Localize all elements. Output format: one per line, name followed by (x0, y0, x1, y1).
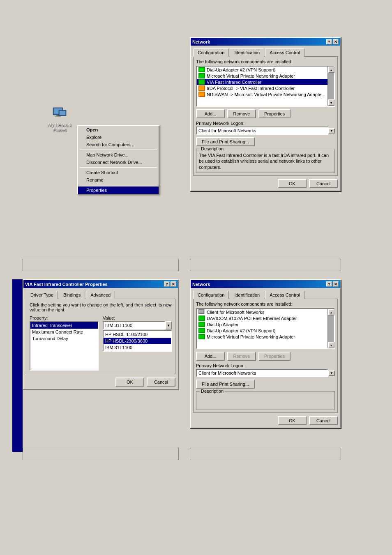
context-menu-explore[interactable]: Explore (78, 134, 159, 141)
network-dialog-top-titlebar[interactable]: Network ? ✕ (191, 38, 340, 46)
dialog-buttons-top: OK Cancel (193, 179, 338, 188)
component-item-5-bottom[interactable]: Microsoft Virtual Private Networking Ada… (197, 334, 327, 340)
via-value-dropdown[interactable]: HP HSDL-1100/2100 HP HSDL-2300/3600 IBM … (103, 330, 172, 352)
components-label-bottom: The following network components are ins… (196, 302, 335, 306)
tab-configuration-top[interactable]: Configuration (193, 48, 229, 57)
via-tab-advanced[interactable]: Advanced (86, 291, 115, 299)
via-tab-bar: Driver Type Bindings Advanced (26, 290, 175, 299)
via-value-opt-3[interactable]: IBM 31T1100 (104, 344, 171, 351)
via-ok-button[interactable]: OK (115, 378, 144, 387)
context-menu-rename[interactable]: Rename (78, 176, 159, 184)
titlebar-buttons-bottom: ? ✕ (326, 281, 339, 287)
description-group-label-top: Description (200, 146, 225, 151)
component-item-4-top[interactable]: IrDA Protocol -> VIA Fast Infrared Contr… (197, 85, 327, 91)
add-button-bottom[interactable]: Add... (196, 352, 225, 361)
component-item-1-top[interactable]: Dial-Up Adapter #2 (VPN Support) (197, 67, 327, 73)
properties-button-bottom[interactable]: Properties (258, 352, 291, 361)
via-help-button[interactable]: ? (164, 281, 170, 287)
close-button-top[interactable]: ✕ (333, 39, 339, 44)
listbox-scrollbar-top[interactable]: ▲ ▼ (327, 67, 334, 106)
components-listbox-bottom[interactable]: Client for Microsoft Networks DAVICOM 91… (196, 308, 335, 349)
properties-button-top[interactable]: Properties (258, 109, 291, 118)
component-item-3-bottom[interactable]: Dial-Up Adapter (197, 321, 327, 327)
logon-select-wrapper-bottom: Client for Microsoft Networks ▼ (196, 369, 335, 377)
logon-select-arrow-bottom[interactable]: ▼ (328, 371, 335, 376)
component-item-5-top[interactable]: NDISWAN -> Microsoft Virtual Private Net… (197, 91, 327, 97)
network-dialog-bottom-titlebar[interactable]: Network ? ✕ (191, 280, 340, 288)
remove-button-bottom[interactable]: Remove (227, 352, 256, 361)
component-item-2-bottom[interactable]: DAVICOM 9102/A PCI Fast Ethernet Adapter (197, 315, 327, 321)
via-dialog-title: VIA Fast Infrared Controller Properties (25, 282, 108, 287)
via-prop-infrared[interactable]: Infrared Transceiver (30, 322, 98, 329)
via-value-opt-2[interactable]: HP HSDL-2300/3600 (104, 338, 171, 344)
via-close-button[interactable]: ✕ (171, 281, 176, 287)
components-listbox-top[interactable]: Dial-Up Adapter #2 (VPN Support) Microso… (196, 66, 335, 107)
network-dialog-top: Network ? ✕ Configuration Identification… (190, 37, 341, 191)
file-print-sharing-button-bottom[interactable]: File and Print Sharing... (196, 380, 255, 389)
svg-rect-23 (199, 322, 204, 326)
caption-box-bottom-right (190, 448, 341, 460)
ok-button-bottom[interactable]: OK (278, 416, 307, 425)
context-menu-search[interactable]: Search for Computers... (78, 141, 159, 148)
network-dialog-bottom-title: Network (192, 282, 210, 287)
tab-configuration-bottom[interactable]: Configuration (193, 291, 229, 299)
context-menu-separator-1 (80, 150, 157, 150)
adapter-icon-2-top (198, 73, 205, 78)
context-menu: Open Explore Search for Computers... Map… (77, 125, 159, 195)
component-item-2-top[interactable]: Microsoft Virtual Private Networking Ada… (197, 73, 327, 79)
cancel-button-bottom[interactable]: Cancel (309, 416, 338, 425)
via-prop-turnaround[interactable]: Turnaround Delay (30, 335, 98, 342)
via-tab-bindings[interactable]: Bindings (59, 291, 85, 299)
via-value-field[interactable]: IBM 31T1100 (103, 321, 165, 329)
component-item-3-top[interactable]: VIA Fast Infrared Controller (197, 79, 327, 85)
tab-identification-top[interactable]: Identification (230, 48, 264, 57)
logon-select-arrow-top[interactable]: ▼ (328, 128, 335, 134)
scroll-down-top[interactable]: ▼ (328, 99, 334, 106)
remove-button-top[interactable]: Remove (227, 109, 256, 118)
component-item-4-bottom[interactable]: Dial-Up Adapter #2 (VPN Support) (197, 327, 327, 334)
via-value-field-wrapper: IBM 31T1100 ▼ (103, 321, 172, 329)
cancel-button-top[interactable]: Cancel (309, 179, 338, 188)
ok-button-top[interactable]: OK (278, 179, 307, 188)
svg-rect-3 (55, 116, 61, 117)
via-value-dropdown-btn[interactable]: ▼ (165, 321, 172, 329)
add-button-top[interactable]: Add... (196, 109, 225, 118)
listbox-scrollbar-bottom[interactable]: ▲ ▼ (327, 309, 334, 348)
help-button-top[interactable]: ? (326, 39, 332, 44)
network-dialog-bottom: Network ? ✕ Configuration Identification… (190, 279, 341, 428)
caption-box-bottom-left (23, 448, 179, 460)
file-print-sharing-button-top[interactable]: File and Print Sharing... (196, 137, 255, 146)
description-group-label-bottom: Description (200, 389, 225, 394)
via-properties-area: Property: Infrared Transceiver Maxiumum … (30, 315, 172, 371)
help-button-bottom[interactable]: ? (326, 281, 332, 287)
context-menu-shortcut[interactable]: Create Shortcut (78, 169, 159, 176)
context-menu-open[interactable]: Open (78, 126, 159, 134)
caption-box-top-left (23, 259, 179, 271)
scroll-up-top[interactable]: ▲ (328, 67, 334, 73)
via-property-column: Property: Infrared Transceiver Maxiumum … (30, 315, 99, 371)
via-tab-content: Click the setting you want to change on … (26, 299, 175, 374)
via-dialog-titlebar[interactable]: VIA Fast Infrared Controller Properties … (23, 280, 178, 288)
my-network-places-icon[interactable]: My Network Places (45, 107, 74, 132)
caption-box-top-right (190, 259, 341, 271)
via-prop-connect-rate[interactable]: Maxiumum Connect Rate (30, 329, 98, 335)
context-menu-disconnect[interactable]: Disconnect Network Drive... (78, 159, 159, 166)
component-item-1-bottom[interactable]: Client for Microsoft Networks (197, 309, 327, 315)
via-value-opt-1[interactable]: HP HSDL-1100/2100 (104, 331, 171, 338)
svg-rect-11 (199, 74, 204, 78)
via-tab-driver-type[interactable]: Driver Type (26, 291, 58, 299)
scroll-up-bottom[interactable]: ▲ (328, 309, 334, 315)
context-menu-properties[interactable]: Properties (78, 187, 159, 194)
tab-access-control-bottom[interactable]: Access Control (265, 291, 304, 299)
close-button-bottom[interactable]: ✕ (333, 281, 339, 287)
logon-select-top[interactable]: Client for Microsoft Networks (196, 127, 328, 135)
via-dialog-content: Driver Type Bindings Advanced Click the … (23, 288, 178, 389)
scroll-down-bottom[interactable]: ▼ (328, 342, 334, 348)
tab-access-control-top[interactable]: Access Control (265, 48, 304, 57)
component-buttons-top: Add... Remove Properties (196, 109, 335, 118)
logon-select-bottom[interactable]: Client for Microsoft Networks (196, 369, 328, 377)
via-property-list[interactable]: Infrared Transceiver Maxiumum Connect Ra… (30, 321, 99, 371)
via-cancel-button[interactable]: Cancel (147, 378, 175, 387)
context-menu-map[interactable]: Map Network Drive... (78, 151, 159, 159)
tab-identification-bottom[interactable]: Identification (230, 291, 264, 299)
